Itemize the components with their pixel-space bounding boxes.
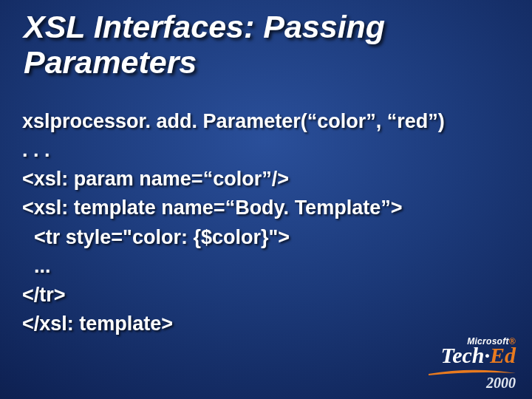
code-line-3: <xsl: param name=“color”/> <box>22 165 502 194</box>
title-line-1: XSL Interfaces: Passing <box>24 9 385 44</box>
code-line-4: <xsl: template name=“Body. Template”> <box>22 194 502 222</box>
slide-body: xslprocessor. add. Parameter(“color”, “r… <box>22 107 502 338</box>
code-line-1: xslprocessor. add. Parameter(“color”, “r… <box>22 107 502 136</box>
logo-brand-orange: Ed <box>490 343 516 367</box>
code-line-5: <tr style="color: {$color}"> <box>22 223 502 252</box>
code-line-2: . . . <box>22 136 502 165</box>
code-line-8: </xsl: template> <box>22 310 502 338</box>
slide: XSL Interfaces: Passing Parameters xslpr… <box>0 0 532 399</box>
slide-title: XSL Interfaces: Passing Parameters <box>24 9 502 80</box>
logo-year: 2000 <box>429 375 516 390</box>
code-line-6: ... <box>22 252 502 281</box>
logo-teched-text: Tech·Ed <box>429 344 516 366</box>
logo-brand-pre: Tech· <box>441 343 490 367</box>
teched-logo: Microsoft® Tech·Ed 2000 <box>429 337 516 390</box>
code-line-7: </tr> <box>22 281 502 310</box>
title-line-2: Parameters <box>24 44 197 80</box>
